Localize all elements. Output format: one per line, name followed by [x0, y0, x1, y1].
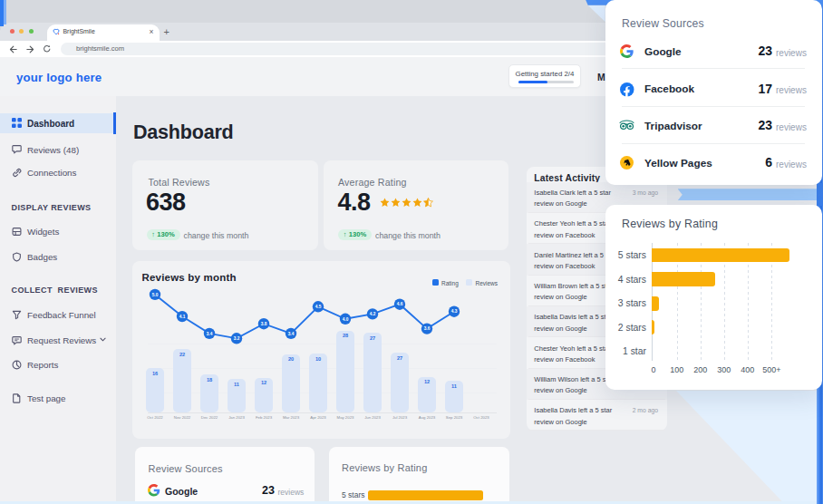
svg-text:4.2: 4.2: [370, 312, 376, 316]
svg-text:4.3: 4.3: [451, 309, 458, 314]
svg-text:3.6: 3.6: [424, 326, 431, 331]
svg-text:3.4: 3.4: [207, 332, 213, 336]
svg-text:4.0: 4.0: [343, 317, 349, 322]
svg-text:3.4: 3.4: [288, 332, 295, 336]
svg-text:4.5: 4.5: [315, 305, 322, 309]
svg-text:3.2: 3.2: [234, 336, 240, 341]
svg-text:3.8: 3.8: [261, 322, 267, 326]
svg-text:4.1: 4.1: [179, 315, 186, 319]
svg-text:4.6: 4.6: [397, 302, 403, 306]
svg-text:5.0: 5.0: [152, 293, 159, 297]
